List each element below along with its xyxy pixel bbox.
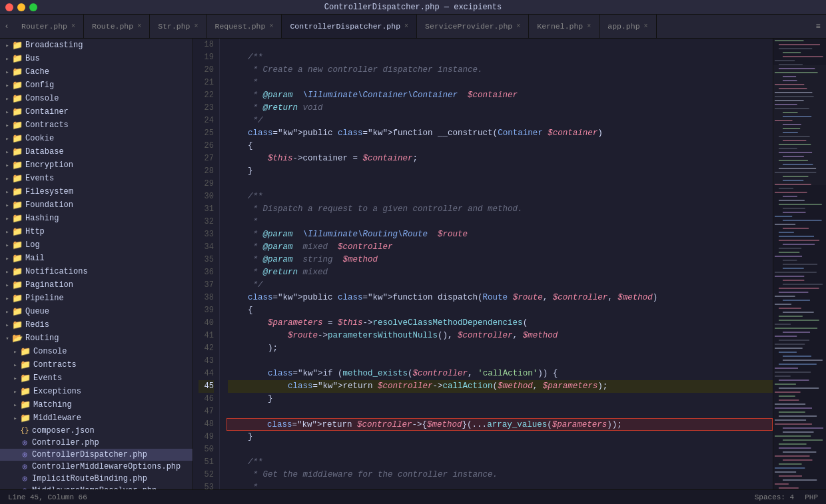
tab-route[interactable]: Route.php×	[84, 15, 150, 38]
status-right: Spaces: 4 PHP	[755, 493, 818, 501]
sidebar-item-routing-events[interactable]: ▸📁Events	[0, 372, 193, 385]
titlebar: ControllerDispatcher.php — excipients	[0, 0, 826, 15]
sidebar-label-routing-console: Console	[33, 347, 67, 356]
code-line-23: * @return void	[228, 102, 773, 115]
sidebar-item-config[interactable]: ▸📁Config	[0, 79, 193, 92]
sidebar-label-console: Console	[25, 94, 59, 103]
arrow-icon: ▸	[11, 375, 20, 382]
tabbar: ‹ Router.php×Route.php×Str.php×Request.p…	[0, 15, 826, 39]
sidebar-item-filesystem[interactable]: ▸📁Filesystem	[0, 185, 193, 198]
sidebar-item-pipeline[interactable]: ▸📁Pipeline	[0, 292, 193, 305]
tab-router[interactable]: Router.php×	[13, 15, 84, 38]
folder-icon: 📁	[20, 386, 31, 397]
sidebar-item-routing-console[interactable]: ▸📁Console	[0, 345, 193, 358]
sidebar-item-routing-exceptions[interactable]: ▸📁Exceptions	[0, 385, 193, 398]
sidebar-item-database[interactable]: ▸📁Database	[0, 145, 193, 158]
close-button[interactable]	[5, 3, 13, 11]
sidebar-item-bus[interactable]: ▸📁Bus	[0, 52, 193, 65]
sidebar-item-log[interactable]: ▸📁Log	[0, 238, 193, 252]
sidebar-item-queue[interactable]: ▸📁Queue	[0, 305, 193, 318]
tab-controllerdispatcher[interactable]: ControllerDispatcher.php×	[282, 15, 417, 38]
status-left: Line 45, Column 66	[8, 493, 87, 501]
code-line-25: class="kw">public class="kw">function __…	[228, 127, 773, 140]
tab-app[interactable]: app.php×	[600, 15, 656, 38]
line-number-39: 39	[199, 304, 214, 317]
tab-str[interactable]: Str.php×	[150, 15, 206, 38]
tab-label-app: app.php	[608, 22, 639, 31]
tab-close-router[interactable]: ×	[71, 23, 75, 30]
sidebar-item-cache[interactable]: ▸📁Cache	[0, 65, 193, 79]
folder-icon: 📁	[12, 146, 23, 157]
sidebar-item-hashing[interactable]: ▸📁Hashing	[0, 212, 193, 225]
code-line-47	[228, 405, 773, 418]
tab-overflow-button[interactable]: ≡	[810, 15, 826, 38]
sidebar-label-queue: Queue	[25, 307, 49, 316]
indentation: Spaces: 4	[755, 493, 794, 501]
editor: 1819202122232425262728293031323334353637…	[193, 39, 826, 489]
sidebar-item-controllerdispatcher-php[interactable]: ⌾ControllerDispatcher.php	[0, 449, 193, 461]
tab-close-controllerdispatcher[interactable]: ×	[404, 23, 408, 30]
tab-scroll-left[interactable]: ‹	[0, 15, 13, 38]
line-number-41: 41	[199, 330, 214, 342]
tab-close-kernel[interactable]: ×	[587, 23, 591, 30]
sidebar-item-middlewarenameresolver-php[interactable]: ⌾MiddlewareNameResolver.php	[0, 485, 193, 489]
sidebar-item-contracts[interactable]: ▸📁Contracts	[0, 119, 193, 132]
code-line-32: *	[228, 216, 773, 228]
line-number-25: 25	[199, 127, 214, 140]
sidebar-label-container: Container	[25, 107, 69, 117]
code-line-38: class="kw">public class="kw">function di…	[228, 292, 773, 304]
sidebar-item-routing-contracts[interactable]: ▸📁Contracts	[0, 358, 193, 372]
sidebar-item-foundation[interactable]: ▸📁Foundation	[0, 198, 193, 212]
sidebar-item-broadcasting[interactable]: ▸📁Broadcasting	[0, 39, 193, 52]
sidebar-item-encryption[interactable]: ▸📁Encryption	[0, 158, 193, 172]
folder-icon: 📁	[20, 360, 31, 370]
sidebar-item-routing-matching[interactable]: ▸📁Matching	[0, 398, 193, 411]
tab-kernel[interactable]: Kernel.php×	[529, 15, 600, 38]
folder-icon: 📁	[12, 213, 23, 224]
sidebar-item-redis[interactable]: ▸📁Redis	[0, 318, 193, 332]
sidebar-item-container[interactable]: ▸📁Container	[0, 105, 193, 119]
sidebar-item-cookie[interactable]: ▸📁Cookie	[0, 132, 193, 145]
maximize-button[interactable]	[29, 3, 37, 11]
sidebar-label-routing-middleware: Middleware	[33, 413, 81, 423]
file-icon: ⌾	[20, 463, 29, 471]
sidebar-label-log: Log	[25, 240, 40, 250]
sidebar-item-mail[interactable]: ▸📁Mail	[0, 252, 193, 265]
code-editor[interactable]: /** * Create a new controller dispatcher…	[220, 39, 773, 489]
code-line-43	[228, 355, 773, 368]
tab-close-serviceprovider[interactable]: ×	[516, 23, 520, 30]
tab-request[interactable]: Request.php×	[207, 15, 282, 38]
sidebar-label-hashing: Hashing	[25, 214, 59, 223]
sidebar-item-controllermiddlewareoptions-php[interactable]: ⌾ControllerMiddlewareOptions.php	[0, 461, 193, 473]
arrow-icon: ▸	[3, 295, 12, 302]
line-number-23: 23	[199, 102, 214, 115]
file-icon: ⌾	[20, 451, 29, 459]
sidebar-item-http[interactable]: ▸📁Http	[0, 225, 193, 238]
sidebar-item-pagination[interactable]: ▸📁Pagination	[0, 278, 193, 292]
arrow-icon: ▸	[3, 282, 12, 289]
line-number-19: 19	[199, 51, 214, 64]
tab-close-app[interactable]: ×	[644, 23, 648, 30]
sidebar-item-implicitroutebinding-php[interactable]: ⌾ImplicitRouteBinding.php	[0, 473, 193, 485]
sidebar-item-console[interactable]: ▸📁Console	[0, 92, 193, 105]
tab-serviceprovider[interactable]: ServiceProvider.php×	[417, 15, 529, 38]
arrow-icon: ▸	[3, 42, 12, 49]
sidebar-item-notifications[interactable]: ▸📁Notifications	[0, 265, 193, 278]
sidebar-item-events[interactable]: ▸📁Events	[0, 172, 193, 185]
line-number-38: 38	[199, 292, 214, 304]
tab-close-str[interactable]: ×	[194, 23, 198, 30]
line-number-45: 45	[199, 380, 214, 393]
arrow-icon: ▸	[3, 95, 12, 103]
line-number-31: 31	[199, 203, 214, 216]
sidebar-item-controller-php[interactable]: ⌾Controller.php	[0, 437, 193, 449]
sidebar-label-events: Events	[25, 174, 54, 183]
tab-close-request[interactable]: ×	[269, 23, 273, 30]
sidebar-item-composer-json[interactable]: {}composer.json	[0, 425, 193, 437]
tab-close-route[interactable]: ×	[137, 23, 141, 30]
file-icon: {}	[20, 427, 29, 435]
code-line-44: class="kw">if (method_exists($controller…	[228, 368, 773, 380]
sidebar-item-routing[interactable]: ▾📂Routing	[0, 332, 193, 345]
sidebar-item-routing-middleware[interactable]: ▸📁Middleware	[0, 411, 193, 425]
arrow-icon: ▸	[3, 55, 12, 63]
minimize-button[interactable]	[17, 3, 25, 11]
